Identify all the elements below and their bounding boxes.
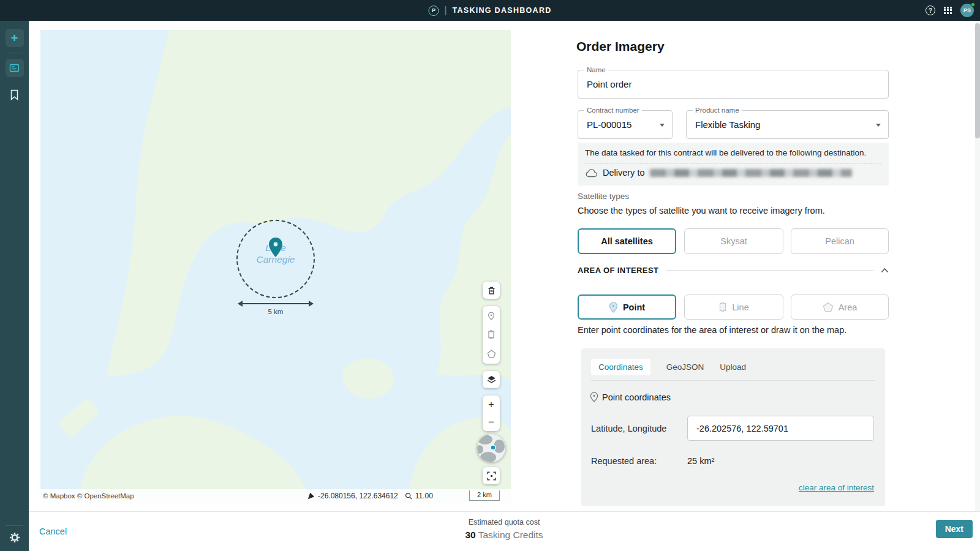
aoi-mode-label: Line: [732, 302, 748, 312]
satellite-option-label: All satellites: [601, 236, 653, 246]
left-sidebar: +: [0, 21, 29, 551]
satellite-option-all[interactable]: All satellites: [578, 228, 676, 254]
cloud-icon: [585, 168, 598, 178]
order-name-field[interactable]: Name Point order: [578, 70, 889, 99]
zoom-out-button[interactable]: −: [483, 414, 500, 431]
recenter-control: [483, 467, 500, 484]
page-title: Order Imagery: [576, 39, 665, 54]
globe-icon: [477, 434, 505, 462]
satellite-option-label: Pelican: [825, 236, 854, 246]
new-order-button[interactable]: +: [6, 29, 24, 47]
delivery-destination-row: Delivery to: [585, 168, 852, 178]
map-attribution[interactable]: © Mapbox © OpenStreetMap: [43, 492, 134, 500]
tab-coordinates[interactable]: Coordinates: [591, 359, 650, 375]
pentagon-tool-icon: [487, 350, 496, 358]
chevron-down-icon: [660, 124, 665, 127]
satellite-option-pelican[interactable]: Pelican: [791, 228, 889, 254]
point-coordinates-row: Point coordinates: [590, 392, 671, 402]
draw-line-button[interactable]: [483, 326, 500, 343]
quota-label: Estimated quota cost: [465, 518, 543, 527]
trash-icon: [487, 286, 496, 295]
aoi-mode-line[interactable]: Line: [684, 294, 783, 320]
latlng-label: Latitude, Longitude: [591, 424, 666, 433]
delivery-note: The data tasked for this contract will b…: [585, 148, 866, 157]
draw-tools-control: [483, 306, 500, 364]
delete-aoi-control: [483, 282, 500, 299]
tab-geojson[interactable]: GeoJSON: [666, 359, 704, 375]
help-icon[interactable]: ?: [925, 6, 935, 15]
orders-list-icon: [9, 63, 20, 73]
crosshair-fullscreen-icon: [487, 471, 496, 481]
zoom-control: + −: [483, 395, 500, 431]
recenter-button[interactable]: [483, 467, 500, 484]
point-coordinates-pin-icon: [590, 392, 598, 402]
aoi-mode-area[interactable]: Area: [791, 294, 889, 320]
layers-control: [483, 371, 500, 388]
zoom-in-button[interactable]: +: [483, 396, 500, 413]
measure-arrow-right: [309, 301, 314, 307]
order-name-value: Point order: [587, 70, 631, 98]
product-name-value: Flexible Tasking: [695, 111, 760, 138]
draw-point-button[interactable]: [483, 307, 500, 324]
latlng-input[interactable]: [687, 416, 874, 441]
footer-bar: Cancel Estimated quota cost 30 Tasking C…: [29, 511, 980, 551]
online-status-dot: [971, 2, 975, 7]
satellite-option-skysat[interactable]: Skysat: [684, 228, 783, 254]
sidebar-bottom: [0, 520, 29, 544]
top-app-bar: P TASKING DASHBOARD ? PS: [0, 0, 980, 21]
contract-number-select[interactable]: Contract number PL-000015: [578, 110, 673, 139]
planet-logo-icon: P: [428, 6, 439, 16]
app-root: P TASKING DASHBOARD ? PS +: [0, 0, 980, 551]
avatar[interactable]: PS: [960, 4, 974, 17]
cursor-icon: [307, 492, 315, 500]
chevron-up-icon[interactable]: [881, 268, 889, 273]
logo-letter: P: [432, 7, 435, 13]
layers-button[interactable]: [483, 371, 500, 388]
next-button[interactable]: Next: [936, 520, 973, 538]
quota-value-line: 30 Tasking Credits: [465, 530, 543, 541]
gear-icon: [9, 531, 21, 544]
plus-icon: +: [11, 32, 18, 44]
product-name-select[interactable]: Product name Flexible Tasking: [686, 110, 889, 139]
layers-icon: [487, 375, 496, 384]
magnifier-icon: [405, 492, 412, 500]
sidebar-divider: [6, 525, 23, 526]
tab-upload[interactable]: Upload: [720, 359, 746, 375]
cursor-coordinates: -26.080156, 122.634612: [318, 492, 398, 500]
globe-minimap-button[interactable]: [477, 434, 505, 462]
zoom-in-glyph: +: [488, 399, 494, 410]
aoi-circle[interactable]: [236, 220, 315, 298]
requested-area-value: 25 km²: [687, 456, 714, 466]
map-canvas[interactable]: Lake Carnegie 5 km: [40, 30, 511, 503]
map-scale-bar: 2 km: [469, 490, 500, 501]
pin-tool-icon: [487, 312, 496, 320]
app-bar-brand: P TASKING DASHBOARD: [428, 0, 551, 21]
aoi-mode-point[interactable]: Point: [578, 294, 676, 320]
satellite-option-label: Skysat: [720, 236, 747, 246]
point-pin-icon: [609, 302, 618, 313]
satellite-types-label: Satellite types: [578, 192, 629, 201]
panel-scrollbar-thumb[interactable]: [975, 23, 980, 138]
area-of-interest-title: AREA OF INTEREST: [578, 266, 658, 275]
settings-button[interactable]: [0, 531, 29, 544]
line-shape-icon: [718, 302, 727, 312]
delivery-prefix: Delivery to: [603, 168, 645, 178]
aoi-mode-label: Point: [623, 302, 645, 312]
clear-area-of-interest-link[interactable]: clear area of interest: [799, 483, 874, 492]
aoi-pin-icon[interactable]: [268, 237, 284, 258]
aoi-tabs: Coordinates GeoJSON Upload: [591, 359, 746, 375]
map-coordinate-readout: -26.080156, 122.634612 11.00: [307, 492, 433, 500]
map-info-bar: © Mapbox © OpenStreetMap -26.080156, 122…: [40, 489, 511, 503]
sidebar-item-orders[interactable]: [6, 59, 24, 77]
measure-line: [240, 303, 311, 304]
zoom-out-glyph: −: [488, 417, 494, 427]
draw-area-button[interactable]: [483, 345, 500, 362]
cancel-button[interactable]: Cancel: [39, 527, 67, 536]
sidebar-item-saved[interactable]: [9, 89, 20, 100]
point-coordinates-label: Point coordinates: [602, 392, 671, 402]
apps-grid-icon[interactable]: [944, 7, 952, 15]
app-bar-actions: ? PS: [925, 0, 974, 21]
delete-aoi-button[interactable]: [483, 282, 500, 299]
measure-label: 5 km: [238, 308, 314, 315]
area-of-interest-header: AREA OF INTEREST: [578, 265, 889, 275]
